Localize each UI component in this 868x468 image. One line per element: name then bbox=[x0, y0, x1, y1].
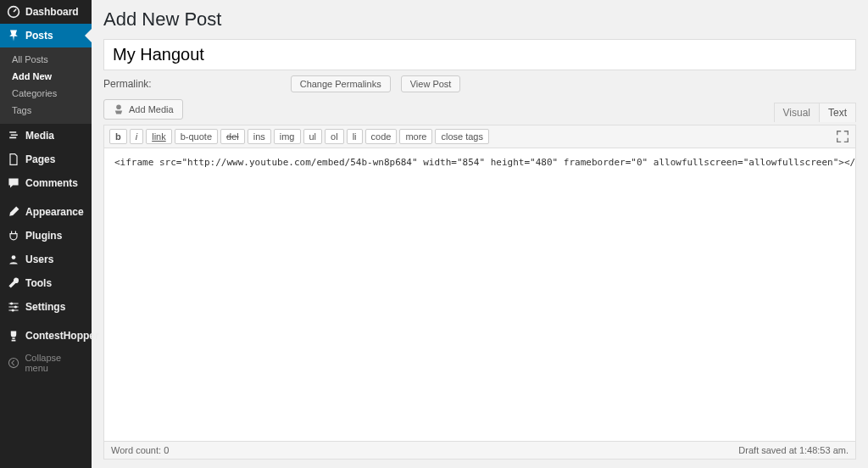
svg-point-6 bbox=[116, 104, 121, 109]
sidebar-item-pages[interactable]: Pages bbox=[0, 148, 92, 171]
sidebar-item-dashboard[interactable]: Dashboard bbox=[0, 0, 92, 24]
svg-point-5 bbox=[8, 358, 18, 367]
main-content: Add New Post Permalink: Change Permalink… bbox=[92, 0, 868, 468]
admin-sidebar: Dashboard Posts All Posts Add New Catego… bbox=[0, 0, 92, 468]
word-count: Word count: 0 bbox=[111, 445, 169, 455]
sidebar-label: Media bbox=[25, 130, 54, 142]
dashboard-icon bbox=[7, 5, 20, 19]
draft-saved: Draft saved at 1:48:53 am. bbox=[738, 445, 849, 455]
sidebar-label: ContestHopper bbox=[25, 330, 99, 342]
brush-icon bbox=[7, 205, 20, 219]
sidebar-label: Dashboard bbox=[25, 6, 79, 18]
add-media-label: Add Media bbox=[129, 104, 174, 114]
sidebar-item-plugins[interactable]: Plugins bbox=[0, 224, 92, 248]
sidebar-label: Settings bbox=[25, 301, 65, 313]
trophy-icon bbox=[7, 329, 20, 343]
sidebar-item-posts[interactable]: Posts bbox=[0, 24, 92, 47]
collapse-label: Collapse menu bbox=[25, 353, 85, 373]
toolbar-italic[interactable]: i bbox=[130, 129, 143, 144]
tab-visual[interactable]: Visual bbox=[774, 103, 819, 122]
user-icon bbox=[7, 253, 20, 266]
post-title-input[interactable] bbox=[103, 39, 856, 70]
sidebar-label: Pages bbox=[25, 153, 55, 165]
sidebar-item-comments[interactable]: Comments bbox=[0, 171, 92, 195]
sidebar-label: Comments bbox=[25, 177, 78, 189]
svg-point-2 bbox=[10, 302, 13, 304]
svg-point-1 bbox=[12, 255, 16, 259]
sidebar-label: Users bbox=[25, 254, 53, 265]
submenu-tags[interactable]: Tags bbox=[0, 102, 92, 119]
page-icon bbox=[7, 153, 20, 166]
editor-statusbar: Word count: 0 Draft saved at 1:48:53 am. bbox=[103, 442, 856, 460]
change-permalinks-button[interactable]: Change Permalinks bbox=[291, 75, 391, 92]
toolbar-img[interactable]: img bbox=[274, 129, 301, 144]
toolbar-code[interactable]: code bbox=[365, 129, 398, 144]
submenu-add-new[interactable]: Add New bbox=[0, 68, 92, 85]
sidebar-item-contesthopper[interactable]: ContestHopper bbox=[0, 324, 92, 348]
text-toolbar: b i link b-quote del ins img ul ol li co… bbox=[103, 125, 856, 148]
comment-icon bbox=[7, 176, 20, 190]
sidebar-item-settings[interactable]: Settings bbox=[0, 295, 92, 319]
collapse-menu[interactable]: Collapse menu bbox=[0, 348, 92, 378]
sidebar-label: Posts bbox=[25, 30, 53, 42]
fullscreen-icon[interactable] bbox=[835, 129, 850, 144]
submenu-all-posts[interactable]: All Posts bbox=[0, 51, 92, 68]
sidebar-item-appearance[interactable]: Appearance bbox=[0, 200, 92, 224]
plug-icon bbox=[7, 229, 20, 242]
sidebar-item-tools[interactable]: Tools bbox=[0, 271, 92, 295]
add-media-button[interactable]: Add Media bbox=[103, 99, 183, 120]
submenu-categories[interactable]: Categories bbox=[0, 85, 92, 102]
page-title: Add New Post bbox=[103, 8, 856, 31]
media-icon bbox=[113, 103, 125, 115]
collapse-icon bbox=[7, 356, 19, 370]
sidebar-item-media[interactable]: Media bbox=[0, 124, 92, 148]
post-content-textarea[interactable] bbox=[103, 148, 856, 442]
sidebar-item-users[interactable]: Users bbox=[0, 248, 92, 271]
view-post-button[interactable]: View Post bbox=[401, 75, 461, 92]
toolbar-more[interactable]: more bbox=[399, 129, 432, 144]
toolbar-close-tags[interactable]: close tags bbox=[435, 129, 489, 144]
svg-point-3 bbox=[14, 305, 17, 308]
sliders-icon bbox=[7, 300, 20, 314]
tab-text[interactable]: Text bbox=[819, 103, 856, 122]
svg-point-4 bbox=[12, 309, 14, 311]
permalink-row: Permalink: Change Permalinks View Post bbox=[103, 75, 856, 92]
posts-submenu: All Posts Add New Categories Tags bbox=[0, 47, 92, 124]
toolbar-link[interactable]: link bbox=[146, 129, 172, 144]
sidebar-label: Appearance bbox=[25, 206, 84, 218]
pin-icon bbox=[7, 29, 20, 42]
sidebar-label: Tools bbox=[25, 277, 52, 289]
toolbar-bold[interactable]: b bbox=[109, 129, 127, 144]
media-icon bbox=[7, 129, 20, 142]
sidebar-label: Plugins bbox=[25, 230, 62, 242]
wrench-icon bbox=[7, 276, 20, 290]
toolbar-ins[interactable]: ins bbox=[248, 129, 271, 144]
toolbar-del[interactable]: del bbox=[220, 129, 245, 144]
permalink-label: Permalink: bbox=[103, 78, 152, 90]
editor-tabs: Visual Text bbox=[774, 103, 856, 122]
toolbar-ol[interactable]: ol bbox=[325, 129, 344, 144]
editor: Visual Text b i link b-quote del ins img… bbox=[103, 125, 856, 460]
toolbar-ul[interactable]: ul bbox=[303, 129, 323, 144]
toolbar-li[interactable]: li bbox=[347, 129, 363, 144]
toolbar-bquote[interactable]: b-quote bbox=[175, 129, 218, 144]
